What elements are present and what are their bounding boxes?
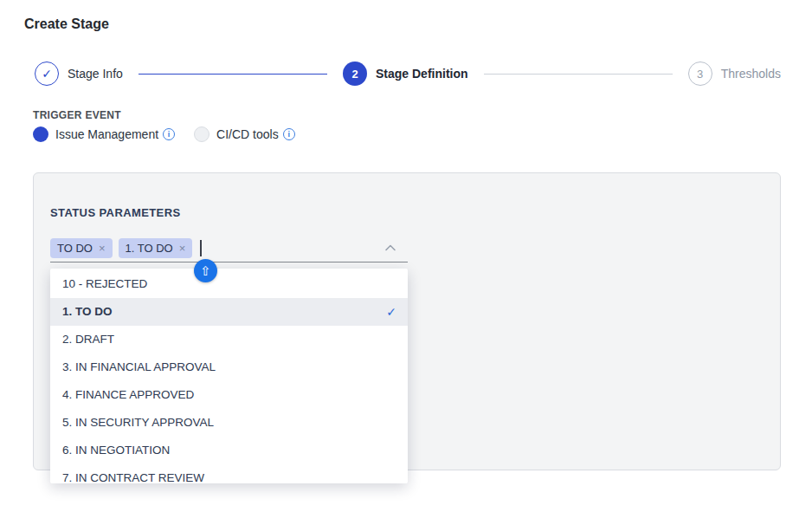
chip-remove-icon[interactable]: × [99, 243, 106, 254]
chip-label: TO DO [57, 242, 93, 255]
dropdown-option-label: 2. DRAFT [62, 333, 114, 346]
status-multiselect-input[interactable]: TO DO × 1. TO DO × [50, 238, 202, 258]
cursor-pointer-badge: ⇧ [194, 259, 217, 282]
chevron-up-icon[interactable] [383, 240, 398, 256]
selected-chip: 1. TO DO × [119, 238, 193, 258]
trigger-event-label: TRIGGER EVENT [33, 109, 121, 121]
dropdown-option-label: 10 - REJECTED [62, 277, 147, 290]
stepper-connector [484, 74, 673, 75]
info-icon[interactable]: i [163, 128, 175, 140]
step-label: Stage Info [68, 67, 123, 81]
dropdown-option[interactable]: 4. FINANCE APPROVED [50, 381, 408, 409]
dropdown-option[interactable]: 2. DRAFT [50, 326, 408, 353]
radio-label[interactable]: CI/CD tools [216, 127, 279, 141]
dropdown-option-label: 4. FINANCE APPROVED [62, 388, 194, 401]
cursor-up-arrow-icon: ⇧ [200, 263, 211, 279]
dropdown-option[interactable]: 5. IN SECURITY APPROVAL [50, 409, 408, 437]
wizard-stepper: ✓ Stage Info 2 Stage Definition 3 Thresh… [35, 62, 781, 86]
dropdown-option-label: 7. IN CONTRACT REVIEW [62, 471, 204, 483]
stepper-connector [139, 74, 327, 75]
page-title: Create Stage [24, 16, 109, 32]
status-parameters-label: STATUS PARAMETERS [50, 206, 181, 219]
radio-selected-icon[interactable] [33, 126, 48, 142]
step-label: Thresholds [721, 67, 781, 81]
check-icon: ✓ [386, 298, 396, 326]
info-icon[interactable]: i [283, 128, 295, 140]
dropdown-option[interactable]: 6. IN NEGOTIATION [50, 437, 408, 464]
dropdown-option-label: 1. TO DO [62, 305, 113, 318]
radio-unselected-icon[interactable] [194, 126, 209, 142]
radio-cicd-tools[interactable]: CI/CD tools i [194, 126, 295, 142]
dropdown-option[interactable]: 7. IN CONTRACT REVIEW [50, 464, 408, 483]
radio-issue-management[interactable]: Issue Management i [33, 126, 175, 142]
step-thresholds[interactable]: 3 Thresholds [688, 62, 781, 86]
chip-label: 1. TO DO [126, 242, 173, 255]
step-number-badge: 3 [688, 62, 712, 86]
dropdown-option-label: 6. IN NEGOTIATION [62, 444, 170, 457]
dropdown-option[interactable]: 3. IN FINANCIAL APPROVAL [50, 353, 408, 381]
step-stage-info[interactable]: ✓ Stage Info [35, 62, 123, 86]
radio-label[interactable]: Issue Management [55, 127, 158, 141]
dropdown-option-label: 5. IN SECURITY APPROVAL [62, 416, 214, 429]
select-underline [50, 262, 408, 262]
dropdown-option-selected[interactable]: 1. TO DO ✓ [50, 298, 408, 326]
trigger-event-radio-group: Issue Management i CI/CD tools i [33, 126, 295, 143]
step-stage-definition[interactable]: 2 Stage Definition [343, 62, 468, 86]
selected-chip: TO DO × [50, 238, 113, 258]
step-complete-check-icon: ✓ [35, 62, 59, 86]
create-stage-page: Create Stage ✓ Stage Info 2 Stage Defini… [0, 0, 812, 512]
status-dropdown-list: 10 - REJECTED 1. TO DO ✓ 2. DRAFT 3. IN … [50, 269, 408, 483]
chip-remove-icon[interactable]: × [179, 243, 186, 254]
text-caret [200, 240, 202, 256]
step-label: Stage Definition [376, 67, 468, 81]
dropdown-option[interactable]: 10 - REJECTED [50, 270, 408, 298]
dropdown-option-label: 3. IN FINANCIAL APPROVAL [62, 360, 216, 373]
step-number-badge: 2 [343, 62, 367, 86]
